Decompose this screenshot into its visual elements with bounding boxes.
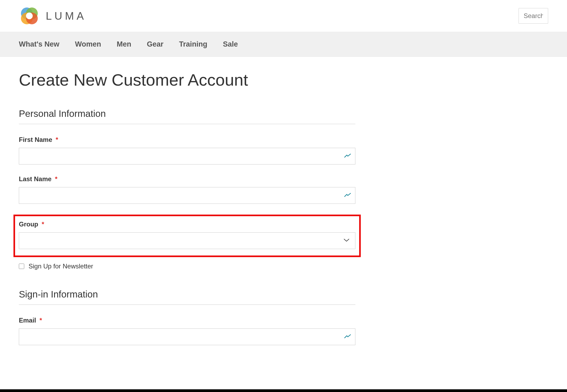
required-marker: *: [42, 220, 44, 228]
svg-point-4: [26, 13, 33, 19]
luma-logo-icon: [19, 5, 40, 26]
required-marker: *: [56, 136, 58, 143]
nav-item-men[interactable]: Men: [117, 32, 131, 57]
main-content: Create New Customer Account Personal Inf…: [0, 57, 567, 369]
logo-text: LUMA: [46, 10, 86, 22]
last-name-label-text: Last Name: [19, 175, 51, 183]
newsletter-checkbox[interactable]: [19, 264, 24, 269]
first-name-field: First Name *: [19, 136, 355, 164]
first-name-input[interactable]: [19, 148, 355, 164]
newsletter-label: Sign Up for Newsletter: [29, 262, 93, 270]
last-name-label: Last Name *: [19, 175, 355, 183]
newsletter-field: Sign Up for Newsletter: [19, 262, 548, 270]
nav-item-training[interactable]: Training: [179, 32, 207, 57]
first-name-label: First Name *: [19, 136, 355, 144]
last-name-field: Last Name *: [19, 175, 355, 204]
required-marker: *: [40, 317, 42, 324]
bottom-bar: [0, 389, 567, 392]
email-label: Email *: [19, 317, 355, 324]
email-field: Email *: [19, 317, 355, 345]
nav-item-sale[interactable]: Sale: [223, 32, 238, 57]
logo[interactable]: LUMA: [19, 5, 86, 26]
site-header: LUMA: [0, 0, 567, 32]
required-marker: *: [55, 175, 57, 183]
group-label: Group *: [19, 220, 355, 228]
search-input[interactable]: [519, 8, 548, 24]
signin-info-legend: Sign-in Information: [19, 289, 355, 305]
personal-info-legend: Personal Information: [19, 108, 355, 124]
first-name-label-text: First Name: [19, 136, 52, 143]
email-label-text: Email: [19, 317, 36, 324]
group-select[interactable]: [19, 232, 355, 249]
group-highlight-box: Group *: [13, 215, 361, 257]
nav-item-women[interactable]: Women: [75, 32, 101, 57]
group-label-text: Group: [19, 220, 38, 228]
nav-item-gear[interactable]: Gear: [147, 32, 163, 57]
main-nav: What's New Women Men Gear Training Sale: [0, 32, 567, 57]
email-input[interactable]: [19, 328, 355, 345]
nav-item-whats-new[interactable]: What's New: [19, 32, 59, 57]
page-title: Create New Customer Account: [19, 70, 548, 89]
last-name-input[interactable]: [19, 187, 355, 204]
group-field: Group *: [19, 220, 355, 249]
